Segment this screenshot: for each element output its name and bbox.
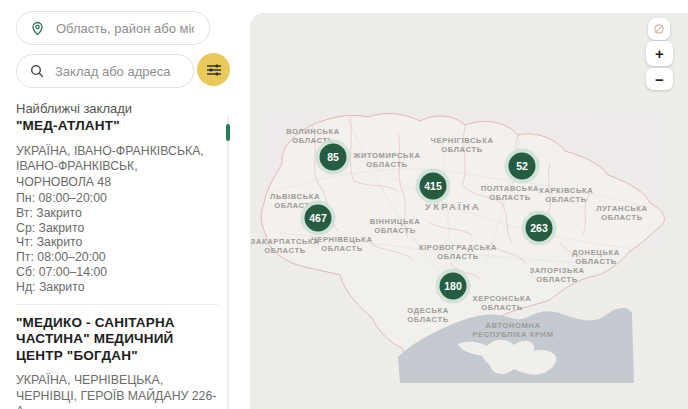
cluster-count: 415 xyxy=(424,180,442,192)
facility-list: "МЕД-АТЛАНТ"УКРАЇНА, ІВАНО-ФРАНКІВСЬКА, … xyxy=(16,118,218,409)
facility-address: УКРАЇНА, ЧЕРНІВЕЦЬКА, ЧЕРНІВЦІ, ГЕРОЇВ М… xyxy=(16,373,218,409)
cluster-marker[interactable]: 52 xyxy=(505,149,540,184)
region-label: ЛУГАНСЬКАОБЛАСТЬ xyxy=(596,204,647,222)
location-pin-icon xyxy=(30,21,45,36)
slashed-circle-icon xyxy=(653,23,665,35)
region-search-field[interactable] xyxy=(16,11,210,45)
cluster-count: 85 xyxy=(327,151,339,163)
zoom-out-button[interactable]: − xyxy=(646,68,673,90)
facility-name: "МЕД-АТЛАНТ" xyxy=(16,118,218,135)
facility-search-input[interactable] xyxy=(53,63,180,80)
filters-button[interactable] xyxy=(197,53,230,86)
facility-schedule: Пн: 08:00–20:00Вт: ЗакритоСр: ЗакритоЧт:… xyxy=(16,191,218,295)
schedule-line: Чт: Закрито xyxy=(16,235,218,250)
region-label: ХАРКІВСЬКАОБЛАСТЬ xyxy=(539,186,594,204)
schedule-line: Нд: Закрито xyxy=(16,280,218,295)
region-label: ХЕРСОНСЬКАОБЛАСТЬ xyxy=(473,294,532,312)
facility-name: "МЕДИКО - САНІТАРНА ЧАСТИНА" МЕДИЧНИЙ ЦЕ… xyxy=(16,315,218,365)
schedule-line: Ср: Закрито xyxy=(16,221,218,236)
nearest-facilities-heading: Найближчі заклади xyxy=(16,101,132,116)
region-label: ОДЕСЬКАОБЛАСТЬ xyxy=(407,306,449,324)
cluster-marker[interactable]: 85 xyxy=(316,140,351,175)
cluster-marker[interactable]: 180 xyxy=(436,269,471,304)
schedule-line: Пн: 08:00–20:00 xyxy=(16,191,218,206)
map-tool-button[interactable] xyxy=(648,18,670,40)
schedule-line: Пт: 08:00–20:00 xyxy=(16,250,218,265)
cluster-count: 180 xyxy=(444,280,462,292)
search-icon xyxy=(30,64,44,78)
zoom-in-button[interactable]: + xyxy=(646,41,673,66)
facility-item[interactable]: "МЕДИКО - САНІТАРНА ЧАСТИНА" МЕДИЧНИЙ ЦЕ… xyxy=(16,304,218,409)
cluster-count: 52 xyxy=(516,160,528,172)
facility-address: УКРАЇНА, ІВАНО-ФРАНКІВСЬКА, ІВАНО-ФРАНКІ… xyxy=(16,144,218,191)
region-label: ВІННИЦЬКАОБЛАСТЬ xyxy=(370,217,421,235)
region-search-input[interactable] xyxy=(54,20,196,37)
schedule-line: Сб: 07:00–14:00 xyxy=(16,265,218,280)
sidebar-scrollbar-track[interactable] xyxy=(227,116,229,409)
facility-item[interactable]: "МЕД-АТЛАНТ"УКРАЇНА, ІВАНО-ФРАНКІВСЬКА, … xyxy=(16,118,218,295)
facility-search-field[interactable] xyxy=(16,54,194,88)
cluster-marker[interactable]: 415 xyxy=(416,169,451,204)
cluster-marker[interactable]: 263 xyxy=(522,211,557,246)
region-label: ЗАПОРІЗЬКАОБЛАСТЬ xyxy=(529,266,584,284)
region-label: ДОНЕЦЬКАОБЛАСТЬ xyxy=(572,248,620,266)
cluster-count: 467 xyxy=(309,212,327,224)
region-label: ПОЛТАВСЬКАОБЛАСТЬ xyxy=(481,184,539,202)
map-panel[interactable]: ВОЛИНСЬКАОБЛАСТЬЖИТОМИРСЬКАОБЛАСТЬЧЕРНІГ… xyxy=(250,13,688,409)
sidebar-scrollbar-thumb[interactable] xyxy=(226,124,230,141)
cluster-marker[interactable]: 467 xyxy=(301,201,336,236)
schedule-line: Вт: Закрито xyxy=(16,206,218,221)
sliders-icon xyxy=(206,63,222,77)
cluster-count: 263 xyxy=(530,222,548,234)
